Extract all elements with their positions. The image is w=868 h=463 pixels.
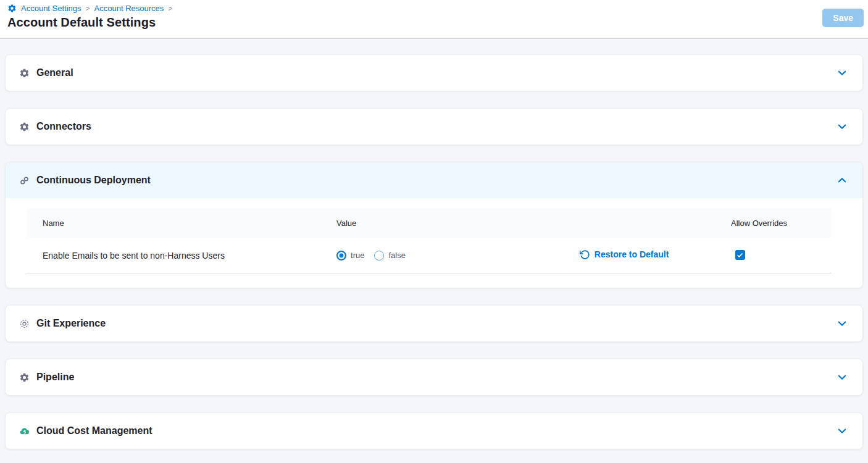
breadcrumb-link-account-resources[interactable]: Account Resources <box>94 4 164 13</box>
column-header-value: Value <box>336 219 580 228</box>
check-icon <box>737 252 743 259</box>
setting-name: Enable Emails to be sent to non-Harness … <box>27 251 336 261</box>
allow-overrides-checkbox[interactable] <box>735 250 745 260</box>
section-card-continuous-deployment: Continuous Deployment Name Value Allow O… <box>5 162 863 288</box>
gear-icon <box>7 4 17 13</box>
breadcrumb: Account Settings > Account Resources > <box>7 4 861 13</box>
section-header-pipeline[interactable]: Pipeline <box>6 359 862 395</box>
section-header-connectors[interactable]: Connectors <box>6 109 862 144</box>
section-card-git-experience: Git Experience <box>5 305 863 342</box>
gear-icon <box>19 122 30 132</box>
allow-overrides-cell <box>731 250 832 261</box>
column-header-name: Name <box>27 219 336 228</box>
restore-icon <box>580 249 590 260</box>
value-radio-group: true false <box>336 251 580 261</box>
section-title: Continuous Deployment <box>36 175 151 186</box>
radio-icon[interactable] <box>374 251 384 261</box>
breadcrumb-link-account-settings[interactable]: Account Settings <box>21 4 81 13</box>
gear-icon <box>19 372 30 383</box>
section-header-git-experience[interactable]: Git Experience <box>6 306 862 341</box>
section-title: Connectors <box>36 121 91 132</box>
save-button[interactable]: Save <box>822 9 864 27</box>
table-header-row: Name Value Allow Overrides <box>27 208 832 238</box>
radio-icon[interactable] <box>336 251 346 261</box>
chevron-down-icon[interactable] <box>837 121 848 132</box>
section-title: General <box>36 67 73 78</box>
settings-section-list: General Connectors Continuous Deployment <box>0 39 868 449</box>
section-title: Cloud Cost Management <box>36 425 152 436</box>
chevron-down-icon[interactable] <box>837 318 848 329</box>
section-header-continuous-deployment[interactable]: Continuous Deployment <box>6 162 862 198</box>
page-title: Account Default Settings <box>7 15 861 30</box>
cloud-dollar-icon: $ <box>19 426 30 436</box>
outline-gear-icon <box>19 319 30 329</box>
table-row: Enable Emails to be sent to non-Harness … <box>27 238 832 273</box>
section-header-general[interactable]: General <box>6 55 862 91</box>
section-title: Git Experience <box>36 318 106 329</box>
section-header-cloud-cost-management[interactable]: $ Cloud Cost Management <box>6 413 862 449</box>
cd-settings-panel: Name Value Allow Overrides Enable Emails… <box>6 198 862 288</box>
cd-link-icon <box>19 175 30 186</box>
cd-settings-table: Name Value Allow Overrides Enable Emails… <box>27 208 832 273</box>
section-card-cloud-cost-management: $ Cloud Cost Management <box>5 412 863 449</box>
section-card-general: General <box>5 54 863 91</box>
column-header-allow-overrides: Allow Overrides <box>731 219 832 228</box>
radio-label: true <box>351 251 364 260</box>
radio-option-false[interactable]: false <box>374 251 405 261</box>
chevron-down-icon[interactable] <box>837 425 848 436</box>
chevron-down-icon[interactable] <box>837 67 848 78</box>
radio-option-true[interactable]: true <box>336 251 364 261</box>
page-header: Account Settings > Account Resources > A… <box>0 0 868 39</box>
restore-to-default-link[interactable]: Restore to Default <box>580 249 669 260</box>
breadcrumb-separator: > <box>86 4 90 13</box>
restore-cell: Restore to Default <box>580 249 731 262</box>
restore-label: Restore to Default <box>595 249 669 259</box>
section-card-pipeline: Pipeline <box>5 359 863 396</box>
radio-label: false <box>388 251 405 260</box>
section-title: Pipeline <box>36 372 74 383</box>
section-card-connectors: Connectors <box>5 108 863 145</box>
chevron-down-icon[interactable] <box>837 372 848 383</box>
svg-text:$: $ <box>23 428 26 434</box>
chevron-up-icon[interactable] <box>837 175 848 186</box>
breadcrumb-separator: > <box>168 4 172 13</box>
gear-icon <box>19 68 30 78</box>
